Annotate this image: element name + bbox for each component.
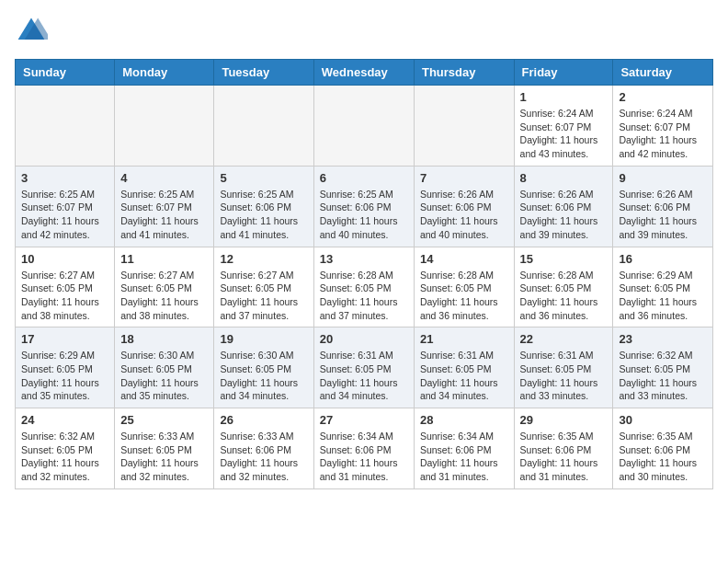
calendar-week-row: 3Sunrise: 6:25 AM Sunset: 6:07 PM Daylig… <box>16 166 713 247</box>
calendar-cell: 22Sunrise: 6:31 AM Sunset: 6:05 PM Dayli… <box>514 327 613 408</box>
day-info: Sunrise: 6:28 AM Sunset: 6:05 PM Dayligh… <box>320 269 408 323</box>
weekday-header: Wednesday <box>313 60 414 86</box>
weekday-header: Tuesday <box>214 60 313 86</box>
day-info: Sunrise: 6:25 AM Sunset: 6:07 PM Dayligh… <box>120 188 208 242</box>
day-info: Sunrise: 6:29 AM Sunset: 6:05 PM Dayligh… <box>21 349 108 403</box>
day-number: 27 <box>320 413 408 427</box>
day-number: 5 <box>220 171 307 185</box>
day-info: Sunrise: 6:35 AM Sunset: 6:06 PM Dayligh… <box>619 430 707 484</box>
calendar-cell: 11Sunrise: 6:27 AM Sunset: 6:05 PM Dayli… <box>115 247 214 327</box>
day-number: 26 <box>220 413 307 427</box>
calendar-cell: 4Sunrise: 6:25 AM Sunset: 6:07 PM Daylig… <box>115 166 214 247</box>
calendar-cell: 13Sunrise: 6:28 AM Sunset: 6:05 PM Dayli… <box>313 247 414 327</box>
calendar-cell: 24Sunrise: 6:32 AM Sunset: 6:05 PM Dayli… <box>16 408 115 489</box>
day-number: 16 <box>619 252 707 266</box>
day-info: Sunrise: 6:34 AM Sunset: 6:06 PM Dayligh… <box>320 430 408 484</box>
calendar-cell: 23Sunrise: 6:32 AM Sunset: 6:05 PM Dayli… <box>613 327 713 408</box>
calendar-cell: 17Sunrise: 6:29 AM Sunset: 6:05 PM Dayli… <box>16 327 115 408</box>
calendar-cell: 29Sunrise: 6:35 AM Sunset: 6:06 PM Dayli… <box>514 408 613 489</box>
weekday-header: Saturday <box>613 60 713 86</box>
day-number: 11 <box>120 252 208 266</box>
day-info: Sunrise: 6:34 AM Sunset: 6:06 PM Dayligh… <box>420 430 508 484</box>
calendar-cell: 21Sunrise: 6:31 AM Sunset: 6:05 PM Dayli… <box>414 327 514 408</box>
day-info: Sunrise: 6:26 AM Sunset: 6:06 PM Dayligh… <box>520 188 608 242</box>
logo-icon <box>15 15 48 48</box>
calendar-cell <box>16 86 115 167</box>
day-info: Sunrise: 6:25 AM Sunset: 6:06 PM Dayligh… <box>220 188 307 242</box>
day-info: Sunrise: 6:31 AM Sunset: 6:05 PM Dayligh… <box>520 349 608 403</box>
day-number: 9 <box>619 171 707 185</box>
day-info: Sunrise: 6:27 AM Sunset: 6:05 PM Dayligh… <box>220 269 307 323</box>
day-info: Sunrise: 6:35 AM Sunset: 6:06 PM Dayligh… <box>520 430 608 484</box>
calendar-cell: 20Sunrise: 6:31 AM Sunset: 6:05 PM Dayli… <box>313 327 414 408</box>
calendar-week-row: 17Sunrise: 6:29 AM Sunset: 6:05 PM Dayli… <box>16 327 713 408</box>
calendar-cell <box>414 86 514 167</box>
calendar-table: SundayMondayTuesdayWednesdayThursdayFrid… <box>15 59 713 489</box>
day-number: 13 <box>320 252 408 266</box>
calendar-cell: 18Sunrise: 6:30 AM Sunset: 6:05 PM Dayli… <box>115 327 214 408</box>
calendar-cell: 10Sunrise: 6:27 AM Sunset: 6:05 PM Dayli… <box>16 247 115 327</box>
day-number: 30 <box>619 413 707 427</box>
day-info: Sunrise: 6:24 AM Sunset: 6:07 PM Dayligh… <box>619 107 707 161</box>
day-info: Sunrise: 6:24 AM Sunset: 6:07 PM Dayligh… <box>520 107 608 161</box>
weekday-header: Thursday <box>414 60 514 86</box>
day-info: Sunrise: 6:30 AM Sunset: 6:05 PM Dayligh… <box>120 349 208 403</box>
page-header <box>15 15 713 48</box>
weekday-header: Sunday <box>16 60 115 86</box>
calendar-cell: 1Sunrise: 6:24 AM Sunset: 6:07 PM Daylig… <box>514 86 613 167</box>
day-info: Sunrise: 6:32 AM Sunset: 6:05 PM Dayligh… <box>21 430 108 484</box>
day-number: 7 <box>420 171 508 185</box>
calendar-cell: 16Sunrise: 6:29 AM Sunset: 6:05 PM Dayli… <box>613 247 713 327</box>
calendar-cell: 9Sunrise: 6:26 AM Sunset: 6:06 PM Daylig… <box>613 166 713 247</box>
calendar-cell: 26Sunrise: 6:33 AM Sunset: 6:06 PM Dayli… <box>214 408 313 489</box>
day-number: 22 <box>520 332 608 346</box>
day-number: 28 <box>420 413 508 427</box>
day-info: Sunrise: 6:25 AM Sunset: 6:06 PM Dayligh… <box>320 188 408 242</box>
calendar-cell: 15Sunrise: 6:28 AM Sunset: 6:05 PM Dayli… <box>514 247 613 327</box>
day-info: Sunrise: 6:27 AM Sunset: 6:05 PM Dayligh… <box>21 269 108 323</box>
calendar-cell: 28Sunrise: 6:34 AM Sunset: 6:06 PM Dayli… <box>414 408 514 489</box>
calendar-cell: 19Sunrise: 6:30 AM Sunset: 6:05 PM Dayli… <box>214 327 313 408</box>
day-number: 10 <box>21 252 108 266</box>
calendar-cell: 3Sunrise: 6:25 AM Sunset: 6:07 PM Daylig… <box>16 166 115 247</box>
calendar-cell: 5Sunrise: 6:25 AM Sunset: 6:06 PM Daylig… <box>214 166 313 247</box>
day-number: 17 <box>21 332 108 346</box>
calendar-cell: 8Sunrise: 6:26 AM Sunset: 6:06 PM Daylig… <box>514 166 613 247</box>
day-number: 21 <box>420 332 508 346</box>
day-number: 6 <box>320 171 408 185</box>
day-number: 19 <box>220 332 307 346</box>
day-number: 24 <box>21 413 108 427</box>
day-info: Sunrise: 6:29 AM Sunset: 6:05 PM Dayligh… <box>619 269 707 323</box>
calendar-cell: 25Sunrise: 6:33 AM Sunset: 6:05 PM Dayli… <box>115 408 214 489</box>
calendar-cell <box>115 86 214 167</box>
calendar-week-row: 24Sunrise: 6:32 AM Sunset: 6:05 PM Dayli… <box>16 408 713 489</box>
day-info: Sunrise: 6:25 AM Sunset: 6:07 PM Dayligh… <box>21 188 108 242</box>
day-info: Sunrise: 6:26 AM Sunset: 6:06 PM Dayligh… <box>619 188 707 242</box>
calendar-header-row: SundayMondayTuesdayWednesdayThursdayFrid… <box>16 60 713 86</box>
calendar-cell: 7Sunrise: 6:26 AM Sunset: 6:06 PM Daylig… <box>414 166 514 247</box>
day-number: 20 <box>320 332 408 346</box>
day-number: 25 <box>120 413 208 427</box>
day-info: Sunrise: 6:33 AM Sunset: 6:06 PM Dayligh… <box>220 430 307 484</box>
day-number: 14 <box>420 252 508 266</box>
day-number: 23 <box>619 332 707 346</box>
day-number: 4 <box>120 171 208 185</box>
day-info: Sunrise: 6:31 AM Sunset: 6:05 PM Dayligh… <box>320 349 408 403</box>
calendar-cell: 6Sunrise: 6:25 AM Sunset: 6:06 PM Daylig… <box>313 166 414 247</box>
calendar-cell: 27Sunrise: 6:34 AM Sunset: 6:06 PM Dayli… <box>313 408 414 489</box>
calendar-cell <box>313 86 414 167</box>
day-info: Sunrise: 6:32 AM Sunset: 6:05 PM Dayligh… <box>619 349 707 403</box>
day-info: Sunrise: 6:27 AM Sunset: 6:05 PM Dayligh… <box>120 269 208 323</box>
day-info: Sunrise: 6:31 AM Sunset: 6:05 PM Dayligh… <box>420 349 508 403</box>
day-info: Sunrise: 6:28 AM Sunset: 6:05 PM Dayligh… <box>420 269 508 323</box>
day-number: 1 <box>520 90 608 104</box>
weekday-header: Friday <box>514 60 613 86</box>
day-number: 2 <box>619 90 707 104</box>
day-number: 12 <box>220 252 307 266</box>
day-info: Sunrise: 6:28 AM Sunset: 6:05 PM Dayligh… <box>520 269 608 323</box>
calendar-cell: 12Sunrise: 6:27 AM Sunset: 6:05 PM Dayli… <box>214 247 313 327</box>
calendar-cell <box>214 86 313 167</box>
calendar-week-row: 1Sunrise: 6:24 AM Sunset: 6:07 PM Daylig… <box>16 86 713 167</box>
calendar-cell: 14Sunrise: 6:28 AM Sunset: 6:05 PM Dayli… <box>414 247 514 327</box>
calendar-cell: 2Sunrise: 6:24 AM Sunset: 6:07 PM Daylig… <box>613 86 713 167</box>
